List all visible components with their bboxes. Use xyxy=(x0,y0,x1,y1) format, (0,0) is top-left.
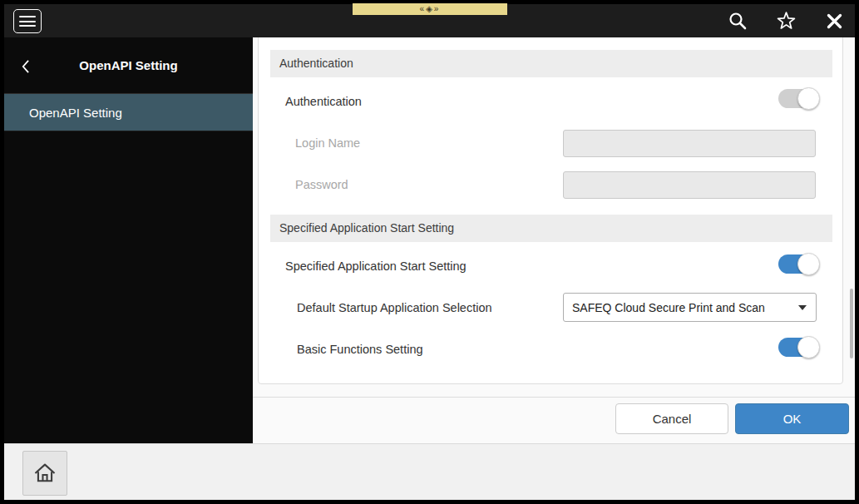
toggle-knob xyxy=(797,336,820,358)
hamburger-icon xyxy=(19,16,36,17)
home-button[interactable] xyxy=(22,451,67,496)
search-icon xyxy=(728,11,748,31)
top-notch: «◈» xyxy=(353,3,507,15)
sidebar-item-openapi-setting[interactable]: OpenAPI Setting xyxy=(4,94,253,131)
default-app-select[interactable]: SAFEQ Cloud Secure Print and Scan xyxy=(563,293,817,322)
select-value: SAFEQ Cloud Secure Print and Scan xyxy=(572,301,765,314)
toggle-knob xyxy=(797,87,820,110)
basic-functions-toggle[interactable] xyxy=(778,336,820,358)
authentication-label: Authentication xyxy=(285,90,362,113)
star-icon xyxy=(776,11,797,32)
device-screen: «◈» xyxy=(0,0,859,504)
home-icon xyxy=(32,461,57,486)
topbar-icons xyxy=(725,4,847,37)
cancel-button[interactable]: Cancel xyxy=(615,403,728,434)
login-name-label: Login Name xyxy=(295,131,360,155)
sidebar-title: OpenAPI Setting xyxy=(79,58,177,72)
bottom-bar xyxy=(4,443,855,500)
menu-button[interactable] xyxy=(13,9,42,33)
caret-down-icon xyxy=(798,305,807,310)
section-header-authentication: Authentication xyxy=(270,50,832,77)
password-label: Password xyxy=(295,173,348,196)
notch-glyphs: «◈» xyxy=(420,3,441,15)
app-start-label: Specified Application Start Setting xyxy=(285,254,467,278)
section-header-label: Authentication xyxy=(279,57,353,70)
toggle-knob xyxy=(797,253,820,275)
close-button[interactable] xyxy=(822,8,847,33)
settings-panel: Authentication Authentication Login Name… xyxy=(258,37,843,384)
section-header-app-start: Specified Application Start Setting xyxy=(270,215,832,242)
default-app-label: Default Startup Application Selection xyxy=(297,296,492,319)
ok-button[interactable]: OK xyxy=(735,403,849,434)
sidebar-header: OpenAPI Setting xyxy=(4,37,253,94)
sidebar: OpenAPI Setting OpenAPI Setting xyxy=(4,37,253,443)
close-icon xyxy=(826,12,843,30)
search-button[interactable] xyxy=(725,8,750,33)
authentication-toggle[interactable] xyxy=(778,87,820,110)
favorites-button[interactable] xyxy=(773,8,798,33)
app-start-toggle[interactable] xyxy=(778,253,820,275)
footer-divider xyxy=(253,397,855,398)
basic-functions-label: Basic Functions Setting xyxy=(297,338,423,361)
back-chevron-icon xyxy=(21,59,30,74)
login-name-input[interactable] xyxy=(563,130,816,157)
main-content: Authentication Authentication Login Name… xyxy=(253,37,855,443)
scrollbar-thumb[interactable] xyxy=(850,289,853,358)
password-input[interactable] xyxy=(563,171,816,199)
sidebar-item-label: OpenAPI Setting xyxy=(29,106,122,120)
back-button[interactable] xyxy=(14,56,36,77)
section-header-label: Specified Application Start Setting xyxy=(279,221,454,235)
